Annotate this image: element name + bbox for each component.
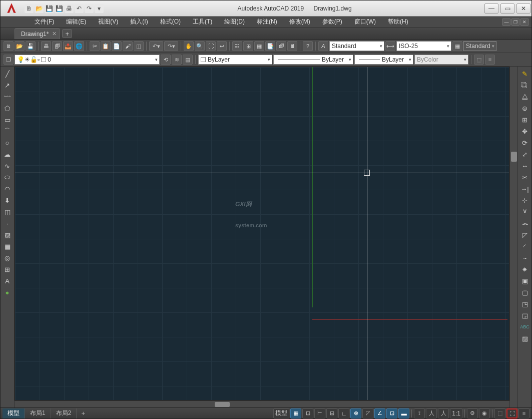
explode-icon[interactable]: ✷ bbox=[520, 264, 530, 274]
cut-icon[interactable]: ✂ bbox=[90, 41, 100, 51]
zoom-window-icon[interactable]: ⛶ bbox=[206, 41, 216, 51]
layout-tab-model[interactable]: 模型 bbox=[3, 408, 25, 418]
match-icon[interactable]: 🖌 bbox=[123, 41, 133, 51]
mdi-close-button[interactable]: ✕ bbox=[520, 19, 528, 26]
lwdisplay-icon[interactable]: ▬ bbox=[398, 408, 409, 418]
plotstyle-combo[interactable]: ByColor bbox=[414, 55, 468, 65]
infer-toggle-icon[interactable]: ⊢ bbox=[314, 408, 325, 418]
qat-open-icon[interactable]: 📂 bbox=[35, 4, 44, 13]
scale-button[interactable]: 1:1 bbox=[450, 408, 462, 418]
hatch-back-icon[interactable]: ▨ bbox=[520, 333, 530, 343]
maximize-button[interactable]: ▭ bbox=[500, 4, 514, 14]
horizontal-scrollbar[interactable] bbox=[15, 400, 509, 407]
calc-icon[interactable]: 🖩 bbox=[287, 41, 297, 51]
blend-icon[interactable]: ~ bbox=[520, 253, 530, 263]
file-tab-active[interactable]: Drawing1* ✕ bbox=[15, 28, 60, 39]
save-icon[interactable]: 💾 bbox=[26, 41, 36, 51]
revcloud-icon[interactable]: ☁ bbox=[3, 149, 13, 159]
app-logo[interactable] bbox=[3, 2, 21, 16]
menu-file[interactable]: 文件(F) bbox=[29, 17, 60, 27]
offset-icon[interactable]: ⊜ bbox=[520, 103, 530, 113]
qat-undo-icon[interactable]: ↶ bbox=[75, 4, 84, 13]
open-icon[interactable]: 📂 bbox=[15, 41, 25, 51]
chamfer-icon[interactable]: ◸ bbox=[520, 230, 530, 240]
annoscale-icon[interactable]: ⟟ bbox=[414, 408, 425, 418]
join-icon[interactable]: ⫘ bbox=[520, 218, 530, 228]
file-tab-close-icon[interactable]: ✕ bbox=[52, 31, 57, 37]
make-block-icon[interactable]: ◫ bbox=[3, 207, 13, 217]
properties-icon[interactable]: ☷ bbox=[232, 41, 242, 51]
tablestyle-icon[interactable]: ▦ bbox=[452, 41, 462, 51]
layout-tab-2[interactable]: 布局2 bbox=[51, 408, 77, 418]
undo-icon[interactable]: ↶▾ bbox=[149, 41, 163, 51]
osnap-toggle-icon[interactable]: ∠ bbox=[374, 408, 385, 418]
menu-edit[interactable]: 编辑(E) bbox=[60, 17, 92, 27]
preview-icon[interactable]: 🗐 bbox=[52, 41, 62, 51]
drawing-canvas[interactable]: /* grid injected below */ GXI网 system.co… bbox=[15, 67, 509, 400]
ortho-toggle-icon[interactable]: ∟ bbox=[338, 408, 349, 418]
dim-style-combo[interactable]: ISO-25 bbox=[396, 41, 451, 51]
mdi-minimize-button[interactable]: — bbox=[502, 19, 510, 26]
menu-window[interactable]: 窗口(W) bbox=[348, 17, 382, 27]
hscroll-thumb[interactable] bbox=[215, 402, 230, 407]
status-model-button[interactable]: 模型 bbox=[273, 408, 289, 418]
text-front-icon[interactable]: ABC bbox=[520, 322, 530, 332]
layer-state-icon[interactable]: ≋ bbox=[172, 55, 182, 65]
text-style-combo[interactable]: Standard bbox=[329, 41, 384, 51]
addselected-icon[interactable]: ● bbox=[3, 287, 13, 297]
dimstyle-icon[interactable]: ⟷ bbox=[385, 41, 395, 51]
table-style-combo[interactable]: Standard bbox=[463, 41, 496, 51]
workspace-icon[interactable]: ⚙ bbox=[467, 408, 478, 418]
isodraft-icon[interactable]: ◸ bbox=[362, 408, 373, 418]
polar-toggle-icon[interactable]: ⊗ bbox=[350, 408, 361, 418]
break-point-icon[interactable]: ⊹ bbox=[520, 195, 530, 205]
layout-tab-1[interactable]: 布局1 bbox=[25, 408, 51, 418]
close-button[interactable]: ✕ bbox=[516, 4, 530, 14]
qat-new-icon[interactable]: 🗎 bbox=[25, 4, 34, 13]
erase-icon[interactable]: ✎ bbox=[520, 69, 530, 79]
new-tab-button[interactable]: + bbox=[62, 29, 72, 38]
redo-icon[interactable]: ↷▾ bbox=[164, 41, 178, 51]
annovisibility-icon[interactable]: 人 bbox=[438, 408, 449, 418]
layer-combo[interactable]: 💡 ☀ 🔓 ▫ 0 bbox=[15, 55, 160, 65]
block-icon[interactable]: ◫ bbox=[134, 41, 144, 51]
zoom-icon[interactable]: 🔍 bbox=[195, 41, 205, 51]
gradient-icon[interactable]: ▦ bbox=[3, 241, 13, 251]
layer-manager-icon[interactable]: ❒ bbox=[4, 55, 14, 65]
pan-icon[interactable]: ✋ bbox=[184, 41, 194, 51]
isolate-icon[interactable]: ⬚ bbox=[494, 408, 505, 418]
customize-icon[interactable]: ≡ bbox=[518, 408, 529, 418]
menu-tools[interactable]: 工具(T) bbox=[187, 17, 218, 27]
break-icon[interactable]: ⊻ bbox=[520, 207, 530, 217]
draworder-under-icon[interactable]: ◲ bbox=[520, 310, 530, 320]
mtext-icon[interactable]: A bbox=[3, 276, 13, 286]
draworder-back-icon[interactable]: ▢ bbox=[520, 287, 530, 297]
dynamic-input-icon[interactable]: ⊟ bbox=[326, 408, 337, 418]
layer-prev-icon[interactable]: ⟲ bbox=[161, 55, 171, 65]
vertical-scrollbar[interactable] bbox=[509, 67, 517, 407]
menu-modify[interactable]: 修改(M) bbox=[283, 17, 316, 27]
markup-icon[interactable]: 🗊 bbox=[276, 41, 286, 51]
vscroll-thumb[interactable] bbox=[511, 152, 517, 162]
grid-toggle-icon[interactable]: ▦ bbox=[290, 408, 301, 418]
sheetset-icon[interactable]: 📑 bbox=[265, 41, 275, 51]
arc-icon[interactable]: ⌒ bbox=[3, 126, 13, 136]
ellipse-icon[interactable]: ⬭ bbox=[3, 172, 13, 182]
minimize-button[interactable]: — bbox=[484, 4, 498, 14]
array-icon[interactable]: ⊞ bbox=[520, 115, 530, 125]
polyline-icon[interactable]: 〰 bbox=[3, 92, 13, 102]
circle-icon[interactable]: ○ bbox=[3, 138, 13, 148]
menu-dimension[interactable]: 标注(N) bbox=[251, 17, 283, 27]
stretch-icon[interactable]: ↔ bbox=[520, 161, 530, 171]
help-icon[interactable]: ? bbox=[303, 41, 313, 51]
dcenter-icon[interactable]: ⊞ bbox=[243, 41, 253, 51]
menu-insert[interactable]: 插入(I) bbox=[124, 17, 154, 27]
mdi-restore-button[interactable]: ❐ bbox=[511, 19, 519, 26]
qat-redo-icon[interactable]: ↷ bbox=[85, 4, 94, 13]
toolpalette-icon[interactable]: ▦ bbox=[254, 41, 264, 51]
textstyle-icon[interactable]: A bbox=[318, 41, 328, 51]
cleanscreen-icon[interactable]: ⛶ bbox=[506, 408, 517, 418]
zoom-prev-icon[interactable]: ↩ bbox=[217, 41, 227, 51]
table-icon[interactable]: ⊞ bbox=[3, 264, 13, 274]
draworder-above-icon[interactable]: ◳ bbox=[520, 299, 530, 309]
